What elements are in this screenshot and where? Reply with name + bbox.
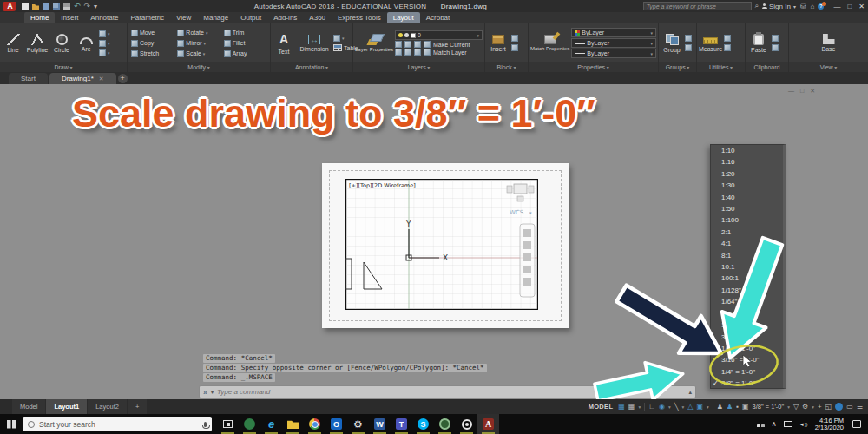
viewport-grid-icon[interactable]: ▦	[618, 403, 625, 411]
minimize-button[interactable]: —	[833, 3, 840, 10]
scale-option[interactable]: 3/8" = 1'-0"	[711, 378, 783, 389]
scale-option[interactable]: 2:1	[711, 227, 783, 238]
modify-tool-button[interactable]: Scale	[177, 49, 220, 58]
people-icon[interactable]	[757, 421, 765, 427]
start-button[interactable]	[0, 414, 23, 434]
geometry-icon[interactable]: ◉	[659, 403, 665, 411]
ribbon-tab[interactable]: Insert	[55, 12, 84, 23]
properties-panel-label[interactable]: Properties	[529, 62, 658, 72]
layer-unisolate-icon[interactable]	[404, 49, 411, 56]
taskbar-search-input[interactable]: Start your search	[23, 417, 212, 431]
lock-icon[interactable]: ▪	[736, 403, 739, 411]
scale-option[interactable]: 3/32" = 1'-0"	[711, 332, 783, 343]
scale-option[interactable]: 1:16	[711, 156, 783, 168]
measure-button[interactable]: Measure	[699, 24, 722, 62]
ellipse-tool-icon[interactable]	[99, 40, 106, 47]
annotation-visibility-icon[interactable]: ♟	[717, 403, 723, 411]
modify-tool-button[interactable]: Array	[224, 49, 266, 58]
modify-tool-button[interactable]: Trim	[224, 28, 266, 37]
group-button[interactable]: Group	[661, 24, 683, 62]
tab-close-icon[interactable]: ✕	[99, 76, 104, 82]
command-history-toggle-icon[interactable]: ▴	[688, 389, 692, 396]
command-input-placeholder[interactable]: Type a command	[217, 388, 685, 396]
layer-thaw-all-icon[interactable]	[414, 49, 421, 56]
taskbar-app-icon[interactable]	[412, 414, 434, 434]
plus-icon[interactable]: +	[818, 403, 822, 411]
osnap-icon[interactable]: ▣	[697, 403, 704, 411]
layout-tab[interactable]: Layout2	[88, 399, 127, 414]
layer-freeze-icon[interactable]	[414, 41, 421, 48]
layout-tab[interactable]: +	[128, 399, 147, 414]
new-drawing-tab-button[interactable]: +	[118, 74, 128, 83]
ortho-caret-icon[interactable]: ▾	[682, 403, 685, 411]
edit-block-icon[interactable]	[511, 44, 518, 51]
taskbar-app-icon[interactable]	[217, 414, 239, 434]
search-binoculars-icon[interactable]: ⌕	[755, 2, 759, 10]
paste-button[interactable]: Paste	[747, 24, 770, 62]
notification-center-icon[interactable]	[852, 420, 861, 428]
scale-option[interactable]: 3/16" = 1'-0"	[711, 354, 783, 365]
file-tab[interactable]: Start ✕	[9, 73, 48, 84]
scale-option[interactable]: 1:20	[711, 168, 783, 180]
navigation-bar[interactable]	[520, 224, 535, 297]
scale-option[interactable]: 1/64" = 1'-0"	[711, 296, 783, 307]
scale-option[interactable]: 1/32" = 1'-0"	[711, 308, 783, 319]
scale-option[interactable]: 1:100	[711, 214, 783, 226]
clipboard-panel-label[interactable]: Clipboard	[746, 62, 788, 72]
ribbon-tab[interactable]: Layout	[387, 12, 420, 23]
copy-clip-icon[interactable]	[772, 35, 779, 42]
layer-lock-icon[interactable]	[424, 41, 431, 48]
quick-access-icon[interactable]	[74, 2, 81, 10]
display-icon[interactable]	[784, 421, 792, 427]
workspace-caret-icon[interactable]: ▾	[812, 403, 814, 411]
modify-tool-button[interactable]: Rotate	[177, 28, 220, 37]
taskbar-app-icon[interactable]	[434, 414, 456, 434]
text-tool-button[interactable]: Text	[273, 24, 295, 62]
scale-caret-icon[interactable]: ▾	[787, 403, 790, 411]
draw-panel-label[interactable]: Draw	[0, 62, 127, 72]
dimension-tool-button[interactable]: Dimension	[297, 24, 332, 62]
taskbar-app-icon[interactable]	[260, 414, 282, 434]
layers-panel-label[interactable]: Layers	[353, 62, 484, 72]
fullscreen-icon[interactable]: ▭	[846, 403, 853, 411]
linetype-dropdown[interactable]: ByLayer ▾	[571, 49, 656, 58]
close-button[interactable]: ✕	[858, 3, 865, 10]
quick-select-icon[interactable]	[724, 35, 731, 42]
leader-tool-icon[interactable]	[333, 35, 340, 42]
rectangle-tool-icon[interactable]	[99, 30, 106, 37]
make-current-button[interactable]: Make Current	[433, 42, 470, 48]
help-search-input[interactable]: Type a keyword or phrase	[643, 2, 752, 10]
command-input-bar[interactable]: » ▾ Type a command ▴	[199, 385, 696, 398]
chevron-up-icon[interactable]: ∧	[772, 420, 777, 428]
maximize-button[interactable]: □	[847, 3, 852, 10]
ribbon-tab[interactable]: View	[170, 12, 197, 23]
viewport-controls-label[interactable]: [+][Top][2D Wireframe]	[349, 182, 416, 189]
gear-icon[interactable]: ⚙	[802, 403, 808, 411]
osnap-caret-icon[interactable]: ▾	[707, 403, 709, 411]
doc-close-button[interactable]: ✕	[810, 88, 815, 95]
arc-tool-button[interactable]: Arc	[75, 24, 97, 62]
quick-access-icon[interactable]	[22, 3, 29, 10]
circle-tool-button[interactable]: Circle	[50, 24, 73, 62]
quick-access-icon[interactable]	[53, 3, 60, 10]
layout-tab[interactable]: Model	[12, 399, 45, 414]
app-store-cart-icon[interactable]: ⛁	[800, 3, 806, 10]
drawing-canvas[interactable]: Scale drawing to 3/8″ = 1′-0″ — □ ✕ Y X	[0, 84, 868, 399]
modify-tool-button[interactable]: Copy	[131, 38, 174, 48]
block-panel-label[interactable]: Block	[485, 62, 528, 72]
autodesk-a360-icon[interactable]: ⌂	[811, 3, 815, 10]
ortho-icon[interactable]: ╲	[674, 403, 679, 411]
modify-tool-button[interactable]: Stretch	[131, 49, 174, 58]
taskbar-app-icon[interactable]	[477, 414, 499, 434]
scale-option[interactable]: 10:1	[711, 261, 783, 273]
annotation-scale-icon[interactable]: ▣	[742, 403, 749, 411]
group-edit-icon[interactable]	[685, 44, 692, 51]
autoscale-icon[interactable]: ♟	[727, 403, 733, 411]
quick-access-icon[interactable]	[63, 3, 70, 10]
ribbon-tab[interactable]: A360	[303, 12, 332, 23]
grid-icon[interactable]: ▦	[628, 403, 635, 411]
view-panel-label[interactable]: View	[789, 62, 868, 72]
hatch-tool-icon[interactable]	[99, 49, 106, 56]
taskbar-app-icon[interactable]	[239, 414, 260, 434]
scale-option[interactable]: 1:10	[711, 145, 783, 156]
